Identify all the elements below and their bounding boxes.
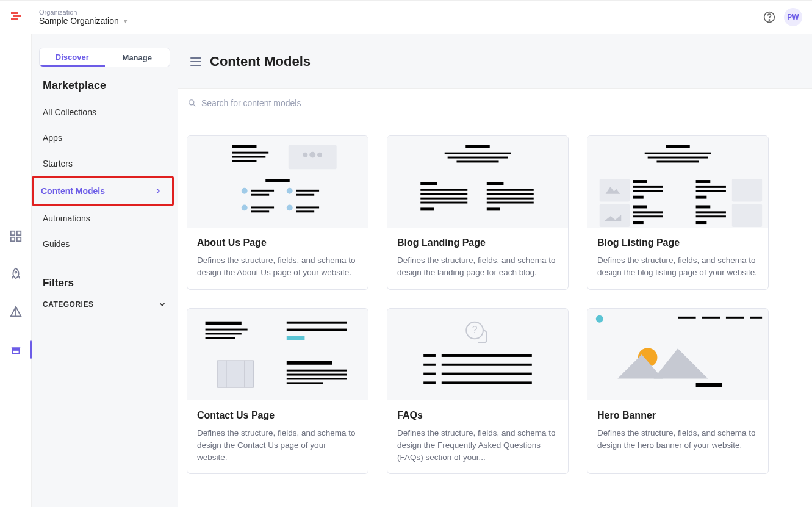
card-desc: Defines the structure, fields, and schem… bbox=[597, 427, 758, 452]
svg-rect-6 bbox=[16, 231, 20, 235]
svg-rect-50 bbox=[645, 153, 711, 154]
svg-rect-29 bbox=[251, 210, 270, 212]
svg-rect-63 bbox=[696, 180, 711, 183]
svg-rect-0 bbox=[11, 12, 18, 14]
card-preview bbox=[587, 309, 768, 400]
card-grid[interactable]: About Us Page Defines the structure, fie… bbox=[178, 117, 812, 507]
sidebar-item-starters[interactable]: Starters bbox=[39, 151, 170, 176]
svg-point-21 bbox=[242, 188, 248, 194]
avatar[interactable]: PW bbox=[784, 8, 802, 26]
topbar: Organization Sample Organization▼ PW bbox=[0, 0, 812, 34]
sidebar-item-content-models[interactable]: Content Models bbox=[34, 178, 166, 204]
card-desc: Defines the structure, fields, and schem… bbox=[197, 254, 358, 279]
card-blog-listing[interactable]: Blog Listing Page Defines the structure,… bbox=[587, 135, 769, 290]
chevron-down-icon bbox=[158, 300, 167, 309]
svg-rect-22 bbox=[251, 190, 274, 192]
card-hero-banner[interactable]: Hero Banner Defines the structure, field… bbox=[587, 308, 769, 475]
svg-rect-28 bbox=[251, 206, 274, 208]
svg-rect-32 bbox=[296, 210, 315, 212]
svg-rect-59 bbox=[633, 205, 647, 208]
tab-discover[interactable]: Discover bbox=[40, 48, 105, 67]
svg-rect-71 bbox=[696, 221, 707, 224]
svg-point-30 bbox=[287, 204, 293, 210]
svg-rect-53 bbox=[600, 179, 630, 201]
svg-rect-90 bbox=[442, 363, 532, 365]
svg-rect-84 bbox=[287, 382, 323, 384]
org-name: Sample Organization▼ bbox=[39, 16, 129, 26]
icon-rail bbox=[0, 34, 32, 507]
marketplace-icon[interactable] bbox=[9, 343, 23, 356]
card-blog-landing[interactable]: Blog Landing Page Defines the structure,… bbox=[387, 135, 569, 290]
svg-rect-48 bbox=[487, 207, 500, 210]
svg-point-24 bbox=[287, 188, 293, 194]
svg-rect-41 bbox=[420, 202, 467, 204]
svg-rect-52 bbox=[656, 160, 699, 162]
card-preview bbox=[387, 136, 568, 228]
svg-rect-83 bbox=[287, 378, 347, 379]
sidebar-item-guides[interactable]: Guides bbox=[39, 231, 170, 257]
svg-rect-79 bbox=[287, 336, 305, 340]
sidebar-item-automations[interactable]: Automations bbox=[39, 206, 170, 231]
svg-rect-37 bbox=[420, 182, 437, 185]
dashboard-icon[interactable] bbox=[9, 229, 23, 243]
svg-rect-2 bbox=[11, 18, 18, 20]
svg-rect-61 bbox=[633, 215, 663, 217]
svg-rect-62 bbox=[633, 221, 644, 224]
sidebar-item-all-collections[interactable]: All Collections bbox=[39, 99, 170, 125]
card-title: Contact Us Page bbox=[197, 410, 358, 421]
sidebar-item-apps[interactable]: Apps bbox=[39, 125, 170, 151]
svg-rect-10 bbox=[12, 350, 19, 354]
svg-rect-99 bbox=[750, 316, 762, 318]
svg-rect-97 bbox=[702, 316, 720, 318]
svg-rect-13 bbox=[232, 152, 268, 154]
svg-rect-1 bbox=[13, 15, 21, 17]
svg-rect-98 bbox=[726, 316, 744, 318]
card-desc: Defines the structure, fields, and schem… bbox=[397, 254, 558, 279]
svg-rect-44 bbox=[487, 189, 534, 191]
svg-rect-45 bbox=[487, 193, 534, 195]
caret-down-icon: ▼ bbox=[123, 18, 129, 24]
card-about-us[interactable]: About Us Page Defines the structure, fie… bbox=[187, 135, 368, 290]
filters-title: Filters bbox=[39, 277, 170, 297]
svg-rect-8 bbox=[16, 237, 20, 241]
svg-rect-39 bbox=[420, 193, 467, 195]
svg-rect-76 bbox=[206, 337, 235, 339]
tent-icon[interactable] bbox=[9, 305, 23, 318]
svg-rect-55 bbox=[633, 186, 663, 188]
card-desc: Defines the structure, fields, and schem… bbox=[597, 254, 758, 279]
filter-categories[interactable]: CATEGORIES bbox=[39, 297, 170, 312]
card-contact-us[interactable]: Contact Us Page Defines the structure, f… bbox=[187, 308, 368, 475]
svg-point-18 bbox=[309, 152, 315, 158]
svg-rect-20 bbox=[265, 179, 289, 182]
rocket-icon[interactable] bbox=[9, 267, 23, 281]
sidebar-tabs: Discover Manage bbox=[39, 48, 170, 67]
search-bar bbox=[178, 89, 812, 117]
card-faqs[interactable]: ? FAQs Defines the structure, fields, an… bbox=[387, 308, 569, 475]
help-icon[interactable] bbox=[763, 11, 775, 23]
svg-rect-68 bbox=[696, 205, 711, 208]
svg-rect-69 bbox=[696, 211, 726, 213]
tab-manage[interactable]: Manage bbox=[105, 48, 170, 67]
hamburger-icon[interactable] bbox=[190, 57, 201, 66]
svg-rect-46 bbox=[487, 198, 534, 200]
logo-icon bbox=[10, 10, 24, 24]
svg-rect-92 bbox=[442, 372, 532, 375]
svg-text:?: ? bbox=[472, 325, 478, 335]
search-input[interactable] bbox=[201, 98, 802, 108]
chevron-right-icon bbox=[154, 187, 162, 195]
svg-point-4 bbox=[769, 20, 769, 20]
svg-rect-5 bbox=[10, 231, 14, 235]
svg-rect-67 bbox=[732, 179, 762, 201]
svg-rect-91 bbox=[423, 372, 436, 375]
card-preview bbox=[187, 309, 368, 400]
page-title: Content Models bbox=[210, 54, 311, 70]
svg-rect-70 bbox=[696, 215, 726, 217]
svg-rect-89 bbox=[423, 363, 436, 365]
svg-rect-65 bbox=[696, 190, 726, 192]
svg-rect-66 bbox=[696, 196, 707, 199]
svg-rect-49 bbox=[666, 145, 689, 148]
org-selector[interactable]: Organization Sample Organization▼ bbox=[39, 9, 129, 26]
svg-rect-43 bbox=[487, 182, 504, 185]
svg-rect-93 bbox=[423, 381, 436, 384]
svg-rect-81 bbox=[287, 369, 347, 371]
